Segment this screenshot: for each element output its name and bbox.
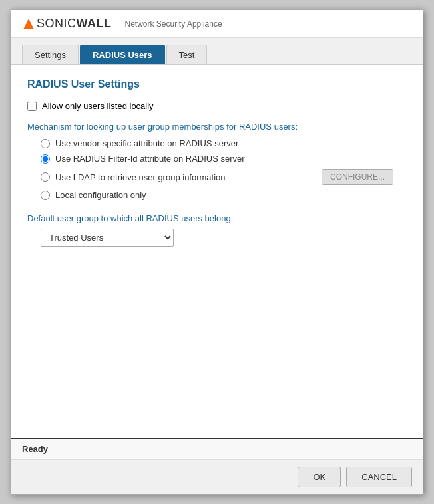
sonicwall-logo: SONICWALL (22, 17, 112, 31)
default-group-label: Default user group to which all RADIUS u… (27, 213, 407, 223)
tab-settings[interactable]: Settings (22, 45, 79, 64)
mechanism-label: Mechanism for looking up user group memb… (27, 122, 407, 132)
radio-local[interactable] (41, 191, 50, 200)
radio-local-row: Local configuration only (41, 190, 407, 200)
default-group-select[interactable]: Trusted Users Everyone Guests Limited Ad… (41, 229, 174, 247)
status-bar: Ready (11, 438, 423, 459)
radio-group: Use vendor-specific attribute on RADIUS … (41, 138, 407, 200)
allow-locally-row: Allow only users listed locally (27, 101, 407, 111)
tab-test[interactable]: Test (166, 45, 208, 64)
radio-ldap-label: Use LDAP to retrieve user group informat… (55, 172, 226, 182)
radio-local-label: Local configuration only (55, 190, 146, 200)
radio-ldap-row: Use LDAP to retrieve user group informat… (41, 169, 407, 185)
header-subtitle: Network Security Appliance (125, 19, 222, 29)
status-text: Ready (22, 444, 48, 454)
allow-locally-label: Allow only users listed locally (42, 101, 154, 111)
brand-sonic: SONIC (37, 17, 77, 31)
default-group-section: Default user group to which all RADIUS u… (27, 213, 407, 247)
configure-button[interactable]: CONFIGURE... (322, 169, 393, 185)
tab-radius-users[interactable]: RADIUS Users (80, 45, 165, 64)
radio-vendor-label: Use vendor-specific attribute on RADIUS … (55, 138, 238, 148)
main-dialog: SONICWALL Network Security Appliance Set… (11, 9, 423, 495)
sonicwall-icon (22, 17, 35, 31)
radio-ldap[interactable] (41, 172, 50, 182)
radio-filter-label: Use RADIUS Filter-Id attribute on RADIUS… (55, 154, 245, 164)
radio-ldap-inner: Use LDAP to retrieve user group informat… (41, 172, 226, 182)
radio-filter-id[interactable] (41, 154, 50, 164)
content-area: RADIUS User Settings Allow only users li… (11, 65, 423, 438)
dialog-header: SONICWALL Network Security Appliance (11, 10, 423, 38)
radio-vendor-row: Use vendor-specific attribute on RADIUS … (41, 138, 407, 148)
ok-button[interactable]: OK (298, 467, 341, 487)
dropdown-container: Trusted Users Everyone Guests Limited Ad… (41, 229, 407, 247)
section-title: RADIUS User Settings (27, 78, 407, 90)
brand-wall: WALL (77, 17, 112, 31)
cancel-button[interactable]: CANCEL (346, 467, 412, 487)
allow-locally-checkbox[interactable] (27, 102, 37, 111)
tabs-bar: Settings RADIUS Users Test (11, 38, 423, 65)
footer-buttons: OK CANCEL (11, 459, 423, 494)
radio-vendor[interactable] (41, 139, 50, 148)
radio-filter-row: Use RADIUS Filter-Id attribute on RADIUS… (41, 154, 407, 164)
